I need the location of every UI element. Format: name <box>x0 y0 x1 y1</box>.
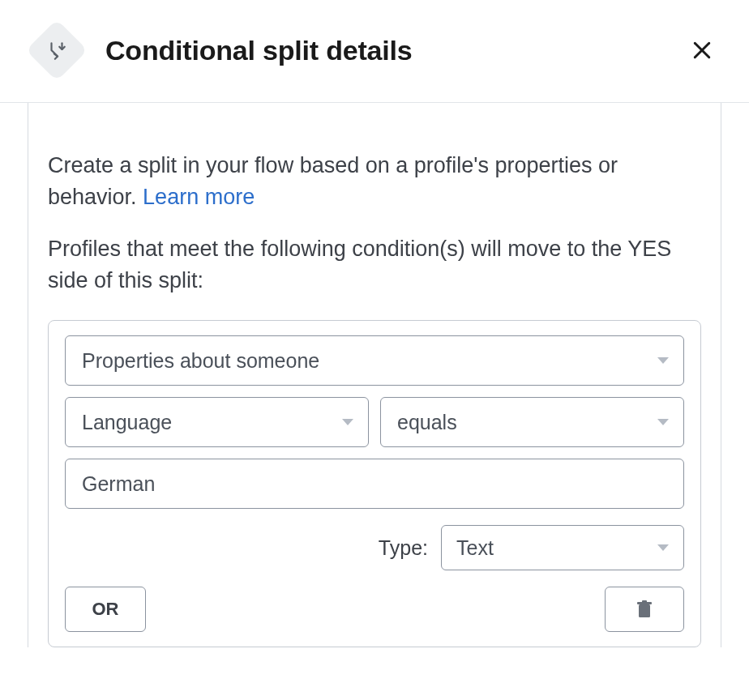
condition-subhead: Profiles that meet the following conditi… <box>48 233 701 296</box>
close-button[interactable] <box>684 32 720 68</box>
property-select-value: Language <box>82 411 172 434</box>
condition-actions: OR <box>65 587 684 632</box>
close-icon <box>690 38 714 62</box>
type-select-value: Text <box>456 536 494 560</box>
operator-select-value: equals <box>397 411 457 434</box>
trash-icon <box>636 600 653 618</box>
split-icon <box>26 19 88 81</box>
intro-text: Create a split in your flow based on a p… <box>48 150 701 212</box>
property-select[interactable]: Language <box>65 397 369 447</box>
intro-copy: Create a split in your flow based on a p… <box>48 153 618 209</box>
header-icon-container <box>29 23 84 78</box>
value-input[interactable]: German <box>65 459 684 509</box>
svg-rect-2 <box>639 604 650 617</box>
or-button[interactable]: OR <box>65 587 146 632</box>
chevron-down-icon <box>657 357 669 364</box>
category-select[interactable]: Properties about someone <box>65 335 684 386</box>
value-input-text: German <box>82 472 155 496</box>
panel-title: Conditional split details <box>105 35 684 66</box>
condition-group: Properties about someone Language equals <box>48 320 701 647</box>
chevron-down-icon <box>657 544 669 551</box>
type-select[interactable]: Text <box>441 525 684 570</box>
category-select-value: Properties about someone <box>82 349 319 373</box>
chevron-down-icon <box>657 419 669 425</box>
delete-condition-button[interactable] <box>605 587 684 632</box>
svg-rect-4 <box>642 600 647 603</box>
chevron-down-icon <box>342 419 353 425</box>
learn-more-link[interactable]: Learn more <box>143 185 255 209</box>
conditional-split-panel: Conditional split details Create a split… <box>0 0 749 647</box>
type-label: Type: <box>379 536 428 560</box>
panel-body: Create a split in your flow based on a p… <box>0 103 749 647</box>
panel-header: Conditional split details <box>0 0 749 103</box>
operator-select[interactable]: equals <box>380 397 684 447</box>
type-row: Type: Text <box>65 525 684 570</box>
